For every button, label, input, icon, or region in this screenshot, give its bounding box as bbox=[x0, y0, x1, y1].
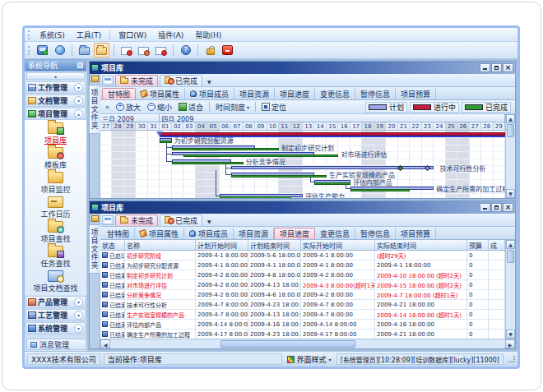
toolbar-grip[interactable] bbox=[28, 46, 30, 55]
message-management-tab[interactable]: 消息管理 bbox=[26, 339, 86, 350]
table-header-cell[interactable]: 计划结束时间 bbox=[248, 240, 301, 251]
scroll-thumb[interactable] bbox=[507, 250, 514, 263]
scroll-thumb[interactable] bbox=[220, 340, 355, 348]
progress-bar[interactable] bbox=[220, 196, 291, 198]
view-switch-button[interactable] bbox=[102, 76, 114, 85]
chevron-down-icon[interactable]: ▾ bbox=[74, 324, 83, 333]
progress-bar[interactable] bbox=[350, 189, 410, 191]
chevron-down-icon[interactable]: ▾ bbox=[74, 311, 83, 320]
gantt-tool-1[interactable]: 缩小 bbox=[145, 101, 174, 113]
scroll-thumb[interactable] bbox=[507, 124, 514, 137]
sidebar-item[interactable]: 任务查找 bbox=[40, 246, 70, 269]
sidebar-group-3[interactable]: 产品管理▾ bbox=[26, 296, 86, 308]
view-tab-0[interactable]: 未完成 bbox=[115, 214, 158, 226]
scroll-up-arrow[interactable]: ▲ bbox=[506, 240, 515, 249]
menu-item-0[interactable]: 系统(S) bbox=[34, 29, 71, 41]
chevron-down-icon[interactable]: ▾ bbox=[74, 96, 83, 105]
table-row[interactable]: 已结束评估内部产品2009-4-14 8:00:002009-4-16 18:0… bbox=[100, 320, 505, 330]
gantt-tool-3[interactable]: 时间刻度▾ bbox=[213, 101, 252, 113]
close-button[interactable] bbox=[503, 203, 513, 212]
scroll-down-arrow[interactable]: ▼ bbox=[506, 189, 515, 198]
table-row[interactable]: 已结束分析竞争情况2009-4-2 8:00:002009-4-6 18:00:… bbox=[100, 290, 505, 300]
table-row[interactable]: 已结束制定初步研究计划2009-4-2 8:00:002009-4-8 18:0… bbox=[100, 270, 505, 280]
close-button[interactable] bbox=[503, 63, 513, 72]
progress-bar[interactable] bbox=[183, 154, 338, 157]
scroll-up-arrow[interactable]: ▲ bbox=[506, 114, 515, 123]
sub-tab-4[interactable]: 项目进度 bbox=[274, 228, 315, 239]
sub-tab-6[interactable]: 暂停信息 bbox=[355, 228, 396, 239]
sub-tab-1[interactable]: 项目属性 bbox=[135, 228, 184, 239]
view-switch-button[interactable] bbox=[102, 215, 114, 225]
progress-bar[interactable] bbox=[172, 162, 244, 164]
overflow-chevron-icon[interactable]: » bbox=[103, 104, 112, 111]
sub-tab-3[interactable]: 项目资源 bbox=[234, 88, 275, 99]
sidebar-item[interactable]: 项目文档查找 bbox=[33, 270, 77, 293]
sub-tab-0[interactable]: 甘特图 bbox=[102, 88, 136, 99]
sub-tab-7[interactable]: 项目预算 bbox=[396, 228, 436, 239]
mail-open-button[interactable] bbox=[136, 43, 151, 58]
sub-tab-0[interactable]: 甘特图 bbox=[102, 228, 135, 239]
scroll-down-arrow[interactable]: ▼ bbox=[506, 330, 515, 339]
sub-tab-5[interactable]: 变更信息 bbox=[315, 88, 355, 99]
chevron-down-icon[interactable]: ▾ bbox=[74, 83, 83, 92]
gantt-tool-2[interactable]: 适合 bbox=[176, 101, 206, 113]
menubar-grip[interactable] bbox=[28, 30, 30, 39]
table-row[interactable]: 已结束为初步研究分配资源2009-4-1 8:00:002009-4-1 18:… bbox=[100, 261, 505, 270]
table-header-cell[interactable]: 名称 bbox=[125, 240, 196, 251]
table-row[interactable]: 已结束生产实验室规模的产品2009-4-7 8:00:002009-4-13 1… bbox=[100, 310, 505, 320]
autohide-pin-icon[interactable] bbox=[91, 215, 99, 222]
sidebar-item[interactable]: 项目库 bbox=[44, 122, 67, 145]
mail-new-button[interactable] bbox=[153, 43, 169, 58]
minimize-button[interactable] bbox=[480, 203, 490, 212]
view-tab-0[interactable]: 未完成 bbox=[115, 75, 158, 86]
sidebar-group-0[interactable]: 工作管理▾ bbox=[26, 81, 86, 94]
pin-icon[interactable] bbox=[77, 62, 83, 68]
scroll-left-arrow[interactable]: ◀ bbox=[100, 339, 110, 348]
table-row[interactable]: 已启动初步研究阶段2009-4-1 8:00:002009-5-6 18:00:… bbox=[100, 251, 505, 261]
sub-tab-4[interactable]: 项目进度 bbox=[275, 88, 315, 99]
menu-item-3[interactable]: 插件(A) bbox=[152, 29, 189, 41]
table-header-cell[interactable]: 状态 bbox=[100, 240, 125, 251]
table-row[interactable]: 已结束对市场进行评估2009-4-2 8:00:002009-4-13 18:0… bbox=[100, 280, 505, 290]
sub-tab-1[interactable]: 项目属性 bbox=[136, 88, 185, 99]
sub-tab-3[interactable]: 项目资源 bbox=[234, 228, 274, 239]
table-header-cell[interactable]: 实际开始时间 bbox=[301, 240, 375, 251]
sub-tab-7[interactable]: 项目预算 bbox=[396, 88, 436, 99]
horizontal-scrollbar[interactable]: ◀▶ bbox=[100, 339, 515, 348]
lock-button[interactable] bbox=[202, 43, 218, 58]
screen-button[interactable] bbox=[35, 43, 50, 58]
chevron-down-icon[interactable]: ▼ bbox=[204, 79, 215, 86]
globe-button[interactable] bbox=[52, 43, 67, 58]
sub-tab-2[interactable]: 项目成员 bbox=[184, 228, 234, 239]
menu-item-1[interactable]: 工具(T) bbox=[71, 29, 108, 41]
table-row[interactable]: 已结束确定生产所需的加工过程2009-4-17 8:00:002009-4-23… bbox=[100, 330, 505, 339]
scroll-track[interactable] bbox=[506, 264, 515, 330]
mail-send-button[interactable] bbox=[118, 43, 134, 58]
sidebar-item[interactable]: 模板库 bbox=[44, 147, 67, 170]
sub-tab-5[interactable]: 变更信息 bbox=[315, 228, 355, 239]
sidebar-scroll-up-button[interactable]: ▴ bbox=[26, 72, 85, 80]
folder-closed-button[interactable] bbox=[77, 43, 92, 58]
progress-bar[interactable] bbox=[160, 141, 171, 143]
project-folder-vertical-tab[interactable]: 项目文件夹 bbox=[89, 85, 101, 134]
scroll-track[interactable] bbox=[506, 138, 515, 189]
vertical-scrollbar[interactable]: ▲▼ bbox=[505, 240, 515, 339]
table-row[interactable]: 已结束技术可行性分析2009-4-7 8:00:002009-4-23 18:0… bbox=[100, 300, 505, 310]
sidebar-group-5[interactable]: 系统管理▾ bbox=[26, 322, 86, 334]
chevron-down-icon[interactable]: ▾ bbox=[74, 297, 83, 307]
sidebar-item[interactable]: 工作日历 bbox=[40, 196, 70, 219]
table-header-cell[interactable]: 成 bbox=[489, 240, 505, 251]
help-button[interactable] bbox=[178, 43, 193, 58]
folder-open-button[interactable] bbox=[94, 43, 109, 58]
progress-bar[interactable] bbox=[172, 148, 279, 150]
maximize-button[interactable] bbox=[491, 63, 502, 72]
view-tab-1[interactable]: 已完成 bbox=[160, 75, 202, 86]
sidebar-item[interactable]: 项目查找 bbox=[40, 221, 70, 244]
sidebar-group-2[interactable]: 项目管理▴ bbox=[26, 108, 86, 120]
table-header-cell[interactable]: 计划开始时间 bbox=[196, 240, 248, 251]
sidebar-group-4[interactable]: 工艺管理▾ bbox=[26, 309, 86, 321]
sidebar-group-1[interactable]: 文档管理▾ bbox=[26, 95, 86, 107]
gantt-tool-0[interactable]: 放大 bbox=[114, 101, 143, 113]
maximize-button[interactable] bbox=[491, 203, 502, 212]
scroll-track[interactable] bbox=[110, 339, 505, 348]
